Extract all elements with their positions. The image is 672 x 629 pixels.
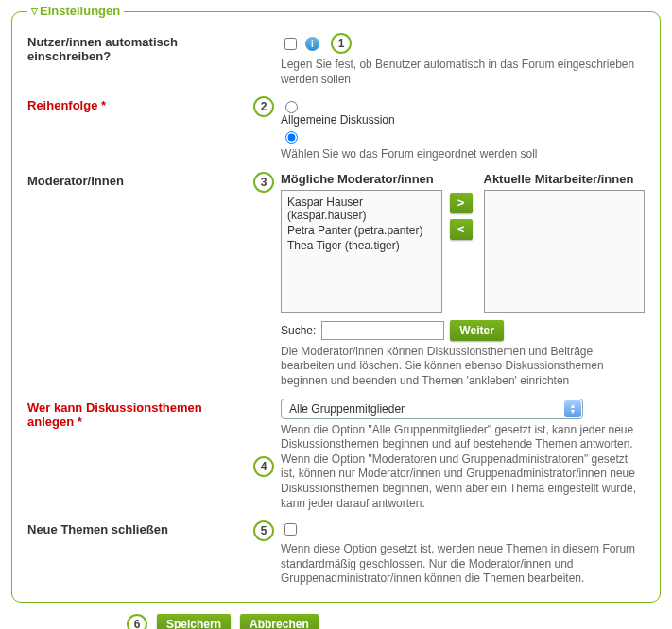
auto-enroll-checkbox[interactable] (284, 38, 297, 50)
row-moderators: Moderator/innen 3 Mögliche Moderator/inn… (27, 172, 645, 389)
order-desc: Wählen Sie wo das Forum eingeordnet werd… (281, 147, 645, 162)
order-option-label: Allgemeine Diskussion (281, 113, 395, 127)
row-close-new: Neue Themen schließen 5 Wenn diese Optio… (27, 520, 645, 586)
cancel-button[interactable]: Abbrechen (240, 614, 319, 629)
select-value: Alle Gruppenmitglieder (289, 402, 405, 416)
who-can-create-desc: Wenn die Option "Alle Gruppenmitglieder"… (281, 423, 645, 512)
badge-2: 2 (253, 96, 274, 117)
label-close-new: Neue Themen schließen (27, 520, 247, 586)
auto-enroll-desc: Legen Sie fest, ob Benutzer automatisch … (281, 58, 645, 87)
badge-4: 4 (253, 456, 274, 477)
save-button[interactable]: Speichern (157, 614, 231, 629)
close-new-checkbox[interactable] (284, 523, 297, 536)
search-label: Suche: (281, 324, 316, 337)
badge-3: 3 (253, 172, 274, 193)
order-radio-none[interactable] (285, 101, 298, 113)
move-right-button[interactable]: > (450, 193, 473, 213)
moderator-search-input[interactable] (321, 321, 444, 340)
label-auto-enroll: Nutzer/innen automatisch einschreiben? (27, 33, 247, 87)
legend-text: Einstellungen (40, 4, 120, 18)
badge-5: 5 (253, 520, 274, 541)
close-new-desc: Wenn diese Option gesetzt ist, werden ne… (281, 542, 645, 586)
current-moderators-header: Aktuelle Mitarbeiter/innen (484, 172, 646, 186)
move-left-button[interactable]: < (450, 219, 473, 240)
label-moderators: Moderator/innen (27, 172, 247, 389)
row-auto-enroll: Nutzer/innen automatisch einschreiben? i… (27, 33, 645, 87)
current-moderators-list[interactable] (484, 190, 646, 313)
info-icon[interactable]: i (305, 37, 319, 51)
possible-moderators-header: Mögliche Moderator/innen (281, 172, 442, 186)
list-item[interactable]: Thea Tiger (thea.tiger) (287, 238, 436, 253)
search-continue-button[interactable]: Weiter (450, 320, 503, 341)
badge-1: 1 (331, 33, 352, 54)
legend[interactable]: ▽ Einstellungen (27, 4, 124, 18)
collapse-icon: ▽ (31, 7, 38, 16)
list-item[interactable]: Petra Panter (petra.panter) (287, 223, 436, 238)
label-who-can-create: Wer kann Diskussionsthemen anlegen * (27, 399, 247, 512)
label-order: Reihenfolge * (27, 96, 247, 162)
moderators-desc: Die Moderator/innen können Diskussionsth… (281, 345, 645, 389)
settings-fieldset: ▽ Einstellungen Nutzer/innen automatisch… (11, 11, 661, 603)
select-arrows-icon: ▲▼ (564, 400, 581, 417)
who-can-create-select[interactable]: Alle Gruppenmitglieder ▲▼ (281, 399, 583, 419)
list-item[interactable]: Kaspar Hauser (kaspar.hauser) (287, 195, 436, 223)
badge-6: 6 (127, 614, 147, 629)
row-who-can-create: Wer kann Diskussionsthemen anlegen * 4 A… (27, 399, 645, 512)
order-radio-general[interactable] (285, 131, 298, 144)
possible-moderators-list[interactable]: Kaspar Hauser (kaspar.hauser) Petra Pant… (281, 190, 442, 313)
row-order: Reihenfolge * 2 Allgemeine Diskussion Wä… (27, 96, 645, 162)
footer-buttons: 6 Speichern Abbrechen (127, 614, 661, 629)
